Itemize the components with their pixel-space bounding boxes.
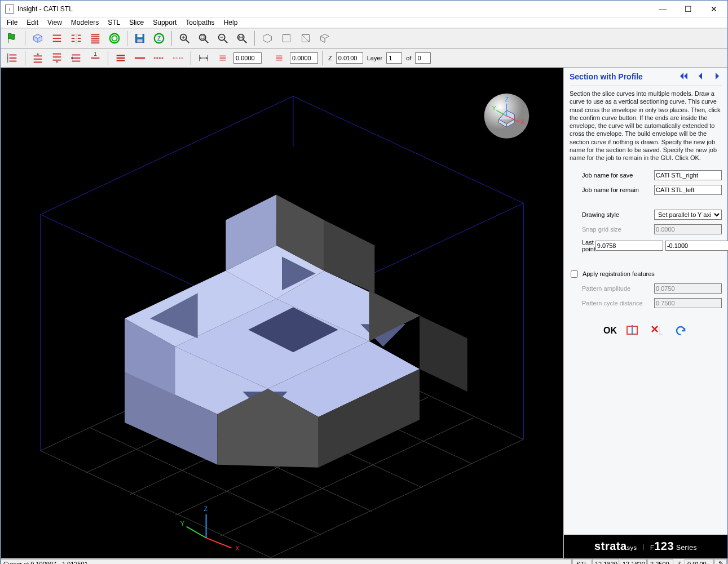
rows-three-icon[interactable] xyxy=(112,50,129,66)
cube-icon[interactable] xyxy=(29,30,46,46)
3d-viewport[interactable]: X Y Z X Y Z xyxy=(1,68,563,558)
zoom-out-icon[interactable] xyxy=(214,30,231,46)
status-zlabel: Z xyxy=(674,559,684,564)
menu-view[interactable]: View xyxy=(43,17,66,28)
status-tool-icon[interactable]: ✎ xyxy=(714,559,727,564)
confirm-curve-icon[interactable] xyxy=(626,324,641,337)
rows-tiny2-icon[interactable] xyxy=(271,50,288,66)
rows-shift-icon[interactable] xyxy=(68,50,85,66)
rows-one-icon[interactable]: 1 xyxy=(87,50,104,66)
svg-text:Z: Z xyxy=(505,96,509,103)
menu-file[interactable]: File xyxy=(3,17,21,28)
panel-instructions: Section the slice curves into multiple m… xyxy=(570,90,722,162)
last-point-y[interactable] xyxy=(665,241,728,251)
last-point-x[interactable] xyxy=(595,241,663,251)
menu-help[interactable]: Help xyxy=(220,17,242,28)
view-top-icon[interactable] xyxy=(278,30,295,46)
close-button[interactable]: ✕ xyxy=(701,1,726,17)
zoom-cube-icon[interactable] xyxy=(195,30,212,46)
svg-point-16 xyxy=(112,35,117,41)
rows-up-icon[interactable] xyxy=(48,50,65,66)
svg-line-36 xyxy=(302,35,310,42)
menu-support[interactable]: Support xyxy=(149,17,180,28)
layer-current[interactable] xyxy=(386,52,402,64)
svg-rect-28 xyxy=(201,35,204,38)
svg-line-23 xyxy=(186,40,189,43)
pattern-amp-label: Pattern amplitude xyxy=(570,285,654,292)
job-save-label: Job name for save xyxy=(570,172,654,179)
main-area: X Y Z X Y Z Section with Profile xyxy=(1,68,727,558)
right-panel: Section with Profile Section the slice c… xyxy=(563,68,727,558)
circle-green-icon[interactable] xyxy=(106,30,123,46)
svg-text:Y: Y xyxy=(492,105,497,112)
zoom-in-icon[interactable] xyxy=(176,30,193,46)
z-input[interactable] xyxy=(336,52,363,64)
panel-prev-icon[interactable] xyxy=(696,72,705,81)
view-front-icon[interactable] xyxy=(297,30,314,46)
ok-button[interactable]: OK xyxy=(603,326,617,336)
toolbar-row-2: 1 Z Layer of xyxy=(1,48,727,68)
toolbar-val-1[interactable] xyxy=(233,52,262,64)
svg-rect-19 xyxy=(137,39,142,43)
toolbar-val-2[interactable] xyxy=(290,52,318,64)
minimize-button[interactable]: — xyxy=(650,1,676,17)
pattern-cyc-label: Pattern cycle distance xyxy=(570,300,654,307)
menu-modelers[interactable]: Modelers xyxy=(67,17,103,28)
svg-point-15 xyxy=(110,34,120,43)
line-dotted-icon[interactable] xyxy=(170,50,187,66)
status-cursor: Cursor at 9.100907, -1.012501 xyxy=(1,559,572,564)
last-point-label: Last point xyxy=(570,239,595,252)
panel-first-icon[interactable] xyxy=(679,72,688,81)
status-zval: 0.0100 xyxy=(685,559,714,564)
circle-z-icon[interactable]: Z xyxy=(151,30,167,46)
panel-next-icon[interactable] xyxy=(713,72,722,81)
titlebar: i Insight - CATI STL — ☐ ✕ xyxy=(1,1,727,17)
svg-text:X: X xyxy=(520,118,525,125)
view-side-icon[interactable] xyxy=(316,30,333,46)
cancel-icon[interactable] xyxy=(650,324,664,337)
maximize-button[interactable]: ☐ xyxy=(676,1,701,17)
flag-green-icon[interactable] xyxy=(4,30,21,46)
apply-registration-checkbox[interactable] xyxy=(571,270,578,278)
layer-label: Layer xyxy=(365,55,385,61)
status-dim3: 2.2500 xyxy=(647,559,673,564)
drawing-style-label: Drawing style xyxy=(570,211,654,218)
lines-stack-icon[interactable] xyxy=(87,30,104,46)
line-dashed-icon[interactable] xyxy=(151,50,167,66)
lines-red-icon[interactable] xyxy=(48,30,65,46)
job-save-input[interactable] xyxy=(654,170,722,180)
save-icon[interactable] xyxy=(131,30,148,46)
svg-rect-18 xyxy=(137,34,142,37)
window-title: Insight - CATI STL xyxy=(17,5,650,13)
brand-footer: stratasys | F123 Series xyxy=(564,535,727,558)
rows-tiny-icon[interactable] xyxy=(214,50,231,66)
svg-rect-34 xyxy=(283,35,290,42)
job-remain-input[interactable] xyxy=(654,185,722,195)
menu-toolpaths[interactable]: Toolpaths xyxy=(182,17,218,28)
lines-mirror-icon[interactable] xyxy=(68,30,85,46)
menubar: File Edit View Modelers STL Slice Suppor… xyxy=(1,17,727,28)
menu-stl[interactable]: STL xyxy=(104,17,124,28)
svg-text:Z: Z xyxy=(204,505,208,512)
zoom-swap-icon[interactable] xyxy=(233,30,250,46)
svg-text:Y: Y xyxy=(180,520,185,527)
drawing-style-select[interactable]: Set parallel to Y axis xyxy=(654,210,722,220)
measure-icon[interactable] xyxy=(195,50,212,66)
svg-text:X: X xyxy=(235,545,240,552)
status-mode: STL xyxy=(572,559,592,564)
rows-down-icon[interactable] xyxy=(29,50,46,66)
svg-line-33 xyxy=(244,40,247,43)
view-iso-icon[interactable] xyxy=(259,30,276,46)
svg-text:Z: Z xyxy=(157,35,161,42)
snap-grid-label: Snap grid size xyxy=(570,226,654,233)
undo-icon[interactable] xyxy=(673,324,688,337)
svg-line-30 xyxy=(224,40,228,43)
menu-edit[interactable]: Edit xyxy=(23,17,42,28)
panel-title: Section with Profile xyxy=(570,72,643,81)
menu-slice[interactable]: Slice xyxy=(125,17,148,28)
line-solid-icon[interactable] xyxy=(131,50,148,66)
status-dim1: 12.1820 xyxy=(592,559,619,564)
rows-right-icon[interactable] xyxy=(4,50,21,66)
layer-total[interactable] xyxy=(415,52,431,64)
svg-line-27 xyxy=(205,40,209,43)
